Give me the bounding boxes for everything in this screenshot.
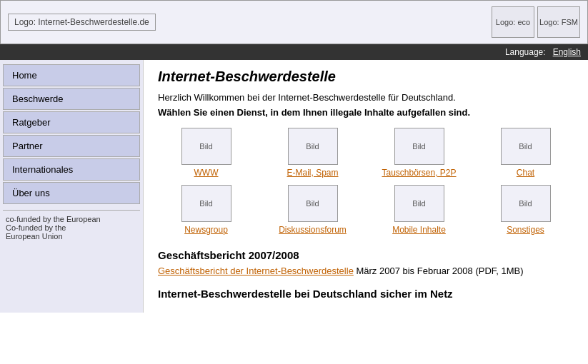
content-area: Internet-Beschwerdestelle Herzlich Willk…	[143, 60, 588, 313]
service-www[interactable]: Bild WWW	[158, 128, 254, 178]
sidebar-footer: co-funded by the European Co-funded by t…	[3, 210, 140, 241]
report-description: März 2007 bis Februar 2008 (PDF, 1MB)	[354, 266, 524, 276]
report-paragraph: Geschäftsbericht der Internet-Beschwerde…	[158, 266, 574, 276]
bottom-section: Geschäftsbericht 2007/2008 Geschäftsberi…	[158, 249, 574, 300]
service-mobile-image: Bild	[394, 185, 444, 222]
sidebar: Home Beschwerde Ratgeber Partner Interna…	[0, 60, 143, 313]
page-title: Internet-Beschwerdestelle	[158, 69, 574, 85]
service-diskussion[interactable]: Bild Diskussionsforum	[264, 185, 361, 235]
service-tausch-label: Tauschbörsen, P2P	[382, 168, 456, 178]
service-news-label: Newsgroup	[184, 225, 228, 235]
service-grid: Bild WWW Bild E-Mail, Spam Bild Tauschbö…	[158, 128, 574, 235]
language-label: Language:	[505, 47, 546, 57]
sidebar-item-beschwerde[interactable]: Beschwerde	[3, 88, 140, 110]
sidebar-item-home[interactable]: Home	[3, 64, 140, 86]
service-www-image: Bild	[181, 128, 231, 165]
service-sonstiges-image: Bild	[501, 185, 551, 222]
sidebar-footer-line1: co-funded by the European	[6, 215, 140, 223]
sidebar-footer-line3: European Union	[6, 232, 140, 241]
service-email-image: Bild	[288, 128, 338, 165]
service-diskussion-image: Bild	[288, 185, 338, 222]
sidebar-item-internationales[interactable]: Internationales	[3, 158, 140, 181]
sidebar-item-partner[interactable]: Partner	[3, 135, 140, 157]
service-newsgroup[interactable]: Bild Newsgroup	[158, 185, 254, 235]
main-layout: Home Beschwerde Ratgeber Partner Interna…	[0, 60, 588, 313]
service-sonstiges-label: Sonstiges	[507, 225, 544, 235]
service-email-label: E-Mail, Spam	[286, 168, 338, 178]
report-link[interactable]: Geschäftsbericht der Internet-Beschwerde…	[158, 266, 354, 276]
intro-text: Herzlich Willkommen bei der Internet-Bes…	[158, 92, 574, 103]
sidebar-footer-line2: Co-funded by the	[6, 223, 140, 232]
main-logo: Logo: Internet-Beschwerdestelle.de	[8, 14, 156, 31]
service-chat-image: Bild	[501, 128, 551, 165]
fsm-logo: Logo: FSM	[537, 6, 580, 38]
language-bar: Language: English	[0, 44, 588, 60]
service-mobile-label: Mobile Inhalte	[392, 225, 446, 235]
service-tausch-image: Bild	[394, 128, 444, 165]
service-news-image: Bild	[181, 185, 231, 222]
service-chat-label: Chat	[517, 168, 534, 178]
service-email-spam[interactable]: Bild E-Mail, Spam	[264, 128, 361, 178]
service-www-label: WWW	[194, 168, 219, 178]
service-tauschboersen[interactable]: Bild Tauschbörsen, P2P	[371, 128, 467, 178]
service-diskussion-label: Diskussionsforum	[279, 225, 347, 235]
eco-logo: Logo: eco	[492, 6, 534, 38]
safe-net-heading: Internet-Beschwerdestelle bei Deutschlan…	[158, 288, 574, 300]
sidebar-item-ueber-uns[interactable]: Über uns	[3, 182, 140, 204]
sidebar-item-ratgeber[interactable]: Ratgeber	[3, 111, 140, 133]
language-link[interactable]: English	[553, 47, 581, 57]
partner-logos: Logo: eco Logo: FSM	[492, 6, 580, 38]
header: Logo: Internet-Beschwerdestelle.de Logo:…	[0, 0, 588, 44]
service-sonstiges[interactable]: Bild Sonstiges	[477, 185, 574, 235]
service-chat[interactable]: Bild Chat	[477, 128, 574, 178]
report-heading: Geschäftsbericht 2007/2008	[158, 249, 574, 261]
service-mobile[interactable]: Bild Mobile Inhalte	[371, 185, 467, 235]
choose-text: Wählen Sie einen Dienst, in dem Ihnen il…	[158, 107, 574, 118]
